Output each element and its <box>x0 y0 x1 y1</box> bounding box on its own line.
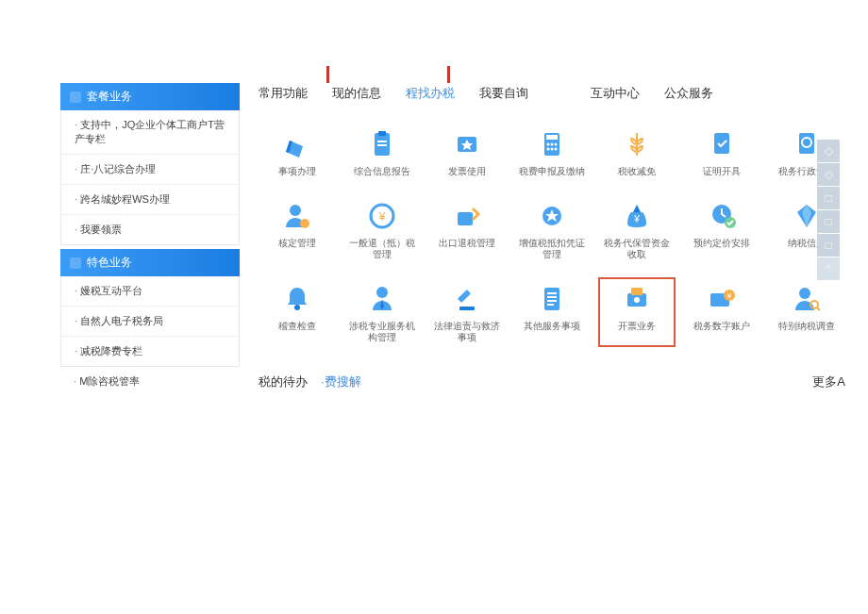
service-doc-lines[interactable]: 其他服务事项 <box>513 277 591 347</box>
service-card-coin[interactable]: 税务数字账户 <box>683 277 760 347</box>
sidebar-item[interactable]: 我要领票 <box>61 215 239 244</box>
service-calculator[interactable]: 税费申报及缴纳 <box>513 123 591 181</box>
tab-bantax[interactable]: 程找办税 <box>406 83 455 106</box>
panel1-icon <box>70 91 81 103</box>
sidebar-panel-2: 特色业务 嫚税互动平台 自然人电子税务局 减税降费专栏 <box>60 249 240 367</box>
service-label: 法律追责与救济事项 <box>431 321 503 343</box>
service-label: 事项办理 <box>278 166 316 177</box>
service-invoice-machine[interactable]: 开票业务 <box>598 277 676 347</box>
panel2-header: 特色业务 <box>60 249 240 276</box>
service-label: 一般退（抵）税管理 <box>346 238 418 260</box>
service-ticket-star[interactable]: 发票使用 <box>428 123 506 181</box>
panel2-body: 嫚税互动平台 自然人电子税务局 减税降费专栏 <box>60 276 240 367</box>
service-user-tie[interactable]: 涉税专业服务机构管理 <box>343 277 421 347</box>
sidebar-item[interactable]: 庄·八记综合办理 <box>61 155 239 185</box>
tab-info[interactable]: 现的信息 <box>332 83 381 106</box>
service-money-bag[interactable]: 税务代保管资金收取 <box>598 194 676 264</box>
service-label: 稽查检查 <box>278 321 316 332</box>
bell-icon <box>279 281 315 317</box>
red-marker-icon <box>447 66 450 83</box>
service-wheat[interactable]: 税收减免 <box>598 123 676 181</box>
sidebar-item[interactable]: 嫚税互动平台 <box>61 276 239 307</box>
service-label: 核定管理 <box>278 238 316 249</box>
toolbar-btn[interactable]: ^ <box>817 257 840 280</box>
service-label: 涉税专业服务机构管理 <box>346 321 418 343</box>
service-label: 发票使用 <box>448 166 486 177</box>
doc-lines-icon <box>534 281 570 317</box>
service-label: 出口退税管理 <box>439 238 495 249</box>
user-gear-icon <box>279 198 315 234</box>
money-bag-icon <box>619 198 655 234</box>
bottom-bar: 税的待办 ·费搜解 更多A <box>259 373 845 390</box>
service-label: 税务代保管资金收取 <box>601 238 673 260</box>
service-pencil[interactable]: 事项办理 <box>259 123 336 181</box>
calculator-icon <box>534 126 570 162</box>
badge-doc-icon <box>534 198 570 234</box>
service-grid: 事项办理综合信息报告发票使用税费申报及缴纳税收减免证明开具税务行政许可核定管理一… <box>259 123 845 347</box>
sidebar-item[interactable]: 跨名城妙程WS办理 <box>61 185 239 215</box>
float-toolbar: ◇ ◇ □ □ □ ^ <box>817 140 840 281</box>
bottom-tab-2[interactable]: ·费搜解 <box>321 373 361 390</box>
service-user-search[interactable]: 特别纳税调查 <box>768 277 845 347</box>
gavel-icon <box>449 281 485 317</box>
service-export[interactable]: 出口退税管理 <box>428 194 506 264</box>
tab-public[interactable]: 公众服务 <box>664 83 713 106</box>
tab-common[interactable]: 常用功能 <box>259 83 308 106</box>
user-search-icon <box>789 281 825 317</box>
service-bell[interactable]: 稽查检查 <box>259 277 336 347</box>
service-label: 特别纳税调查 <box>778 321 835 332</box>
clipboard-icon <box>364 126 400 162</box>
service-gavel[interactable]: 法律追责与救济事项 <box>428 277 506 347</box>
service-time-check[interactable]: 预约定价安排 <box>683 194 760 264</box>
more-link[interactable]: 更多A <box>812 373 845 390</box>
toolbar-btn[interactable]: ◇ <box>817 140 840 162</box>
service-label: 综合信息报告 <box>354 166 410 177</box>
bottom-tab-1[interactable]: 税的待办 <box>259 373 308 390</box>
sidebar-panel-1: 套餐业务 支持中，JQ企业个体工商户T营产专栏 庄·八记综合办理 跨名城妙程WS… <box>60 83 240 245</box>
panel1-header: 套餐业务 <box>60 83 240 110</box>
card-coin-icon <box>704 281 740 317</box>
refund-icon <box>364 198 400 234</box>
time-check-icon <box>704 198 740 234</box>
ticket-star-icon <box>449 126 485 162</box>
sidebar-item[interactable]: 减税降费专栏 <box>61 337 239 366</box>
service-label: 开票业务 <box>618 321 656 332</box>
tab-bar: 常用功能 现的信息 程找办税 我要自询 互动中心 公众服务 <box>259 83 845 106</box>
panel2-title: 特色业务 <box>87 255 132 271</box>
wheat-icon <box>619 126 655 162</box>
panel2-icon <box>70 257 81 269</box>
service-label: 其他服务事项 <box>524 321 580 332</box>
panel1-title: 套餐业务 <box>87 89 132 105</box>
service-doc-check[interactable]: 证明开具 <box>683 123 760 181</box>
export-icon <box>449 198 485 234</box>
service-label: 税务数字账户 <box>693 321 750 332</box>
toolbar-btn[interactable]: □ <box>817 187 840 209</box>
service-label: 证明开具 <box>703 166 741 177</box>
sidebar-item[interactable]: 支持中，JQ企业个体工商户T营产专栏 <box>61 110 239 155</box>
service-badge-doc[interactable]: 增值税抵扣凭证管理 <box>513 194 591 264</box>
pencil-icon <box>279 126 315 162</box>
service-label: 增值税抵扣凭证管理 <box>516 238 588 260</box>
tab-query[interactable]: 我要自询 <box>479 83 528 106</box>
sidebar-item[interactable]: 自然人电子税务局 <box>61 307 239 337</box>
service-user-gear[interactable]: 核定管理 <box>259 194 336 264</box>
service-label: 税费申报及缴纳 <box>519 166 585 177</box>
user-tie-icon <box>364 281 400 317</box>
sidebar-extra[interactable]: M除咨税管率 <box>60 367 240 396</box>
red-marker-icon <box>326 66 329 83</box>
toolbar-btn[interactable]: □ <box>817 210 840 233</box>
tab-interact[interactable]: 互动中心 <box>591 83 640 106</box>
panel1-body: 支持中，JQ企业个体工商户T营产专栏 庄·八记综合办理 跨名城妙程WS办理 我要… <box>60 110 240 245</box>
service-label: 预约定价安排 <box>693 238 750 249</box>
toolbar-btn[interactable]: ◇ <box>817 163 840 186</box>
service-refund[interactable]: 一般退（抵）税管理 <box>343 194 421 264</box>
service-clipboard[interactable]: 综合信息报告 <box>343 123 421 181</box>
doc-check-icon <box>704 126 740 162</box>
service-label: 税收减免 <box>618 166 656 177</box>
invoice-machine-icon <box>619 281 655 317</box>
toolbar-btn[interactable]: □ <box>817 234 840 257</box>
